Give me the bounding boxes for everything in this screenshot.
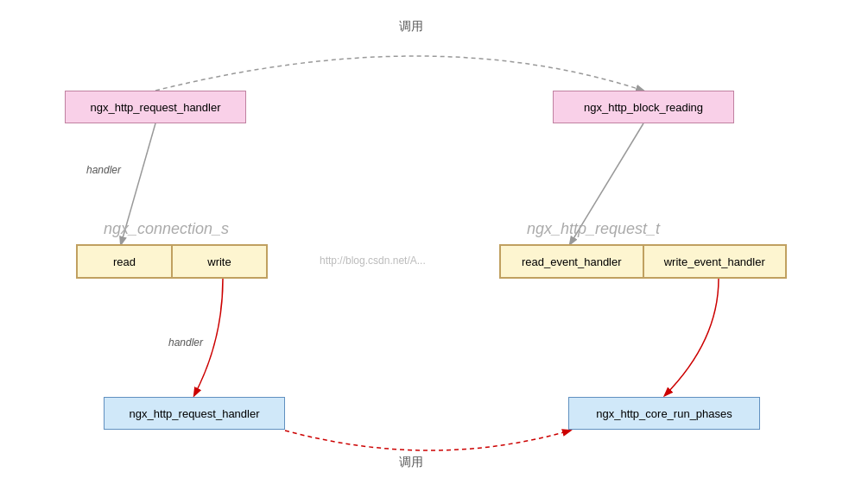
ngx-connection-s-label: ngx_connection_s xyxy=(104,220,229,238)
read-cell: read xyxy=(77,245,172,278)
diaoyong-top-label: 调用 xyxy=(399,19,423,35)
handler-top-label: handler xyxy=(86,164,121,176)
node-ngx-http-request-handler-top: ngx_http_request_handler xyxy=(65,91,246,123)
write-event-handler-cell: write_event_handler xyxy=(643,245,787,278)
diaoyong-bottom-label: 调用 xyxy=(399,455,423,470)
watermark: http://blog.csdn.net/A... xyxy=(320,255,426,267)
ngx-http-request-t-label: ngx_http_request_t xyxy=(527,220,660,238)
node-ngx-http-block-reading: ngx_http_block_reading xyxy=(553,91,734,123)
node-ngx-http-core-run-phases: ngx_http_core_run_phases xyxy=(568,397,760,430)
read-event-handler-cell: read_event_handler xyxy=(500,245,643,278)
write-cell: write xyxy=(172,245,267,278)
node-ngx-http-request-handler-bottom: ngx_http_request_handler xyxy=(104,397,285,430)
handler-bottom-label: handler xyxy=(168,336,203,349)
diagram-container: ngx_http_request_handler ngx_http_block_… xyxy=(0,0,868,478)
ngx-http-request-t-struct: read_event_handler write_event_handler xyxy=(499,244,787,279)
ngx-connection-s-struct: read write xyxy=(76,244,268,279)
